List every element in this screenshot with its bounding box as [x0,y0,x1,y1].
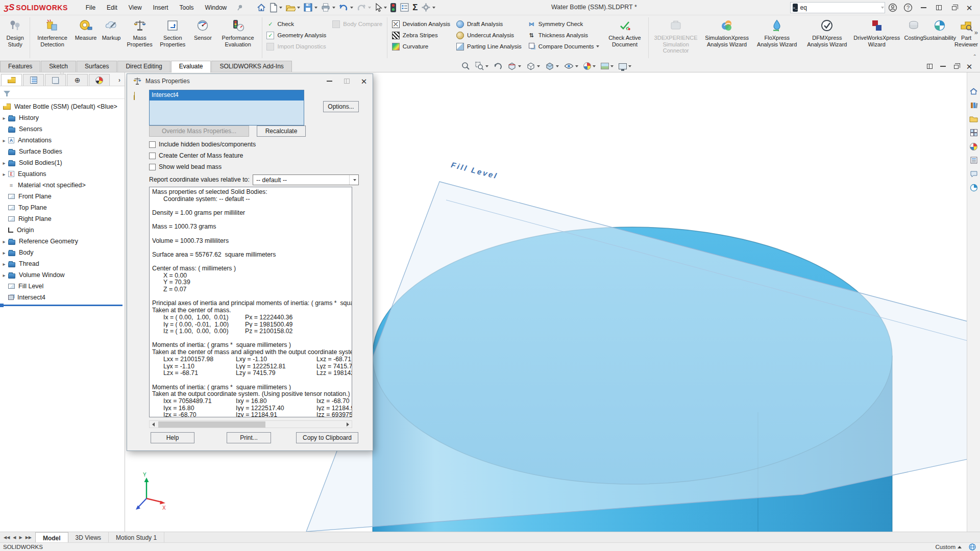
floxpress-wizard-button[interactable]: FloXpress Analysis Wizard [752,15,801,60]
interference-detection-button[interactable]: Interference Detection [32,15,73,60]
curvature-button[interactable]: Curvature [389,41,453,52]
selected-body[interactable]: Intersect4 [150,90,304,101]
compare-documents-button[interactable]: Compare Documents [525,41,603,52]
tree-item-material[interactable]: ≡Material <not specified> [0,180,125,191]
mass-properties-button[interactable]: Mass Properties [124,15,155,60]
menu-window[interactable]: Window [200,2,233,14]
tab-surfaces[interactable]: Surfaces [77,61,117,72]
apply-scene-button[interactable] [599,62,616,70]
doc-minimize-icon[interactable] [936,61,949,71]
tab-configuration-manager[interactable] [45,74,66,86]
view-settings-button[interactable] [617,62,633,70]
previous-view-button[interactable] [492,61,504,71]
zoom-to-area-button[interactable] [473,61,491,71]
print-button[interactable] [319,2,337,13]
symmetry-check-button[interactable]: ⋈Symmetry Check [525,18,603,30]
section-properties-button[interactable]: Section Properties [155,15,190,60]
scroll-left-arrow[interactable] [150,421,157,428]
rollback-bar[interactable] [0,305,122,306]
minimize-icon[interactable] [916,2,931,14]
draft-analysis-button[interactable]: Draft Analysis [453,18,525,30]
zebra-stripes-button[interactable]: Zebra Stripes [389,30,453,41]
weld-bead-checkbox[interactable] [149,164,156,170]
dialog-close-icon[interactable]: ✕ [355,75,373,87]
new-document-button[interactable] [268,2,284,14]
appearances-scenes-icon[interactable] [968,141,979,152]
check-active-document-button[interactable]: Check Active Document [602,15,647,60]
zoom-to-fit-button[interactable] [459,61,472,71]
tab-dimxpert-manager[interactable]: ⊕ [67,74,88,86]
sustainability-button[interactable]: Sustainability [926,15,952,60]
equations-button[interactable]: Σ [411,2,419,14]
display-style-button[interactable] [543,61,561,71]
scroll-right-arrow[interactable] [344,421,352,428]
tree-item-volume-window[interactable]: ▸Volume Window [0,269,125,281]
save-button[interactable] [302,2,319,13]
tree-item-right-plane[interactable]: Right Plane [0,213,125,224]
markup-button[interactable]: Markup [99,15,124,60]
menu-insert[interactable]: Insert [148,2,174,14]
tree-item-top-plane[interactable]: Top Plane [0,202,125,213]
tree-item-reference-geometry[interactable]: ▸Reference Geometry [0,236,125,247]
menu-edit[interactable]: Edit [101,2,123,14]
view-palette-icon[interactable] [968,127,979,138]
view-orientation-button[interactable] [524,61,542,71]
coordinate-system-dropdown[interactable]: -- default -- [253,174,359,185]
viewport-3d[interactable]: Y X Fill Level Mass Properties [125,72,967,532]
restore-icon[interactable] [946,2,962,14]
check-button[interactable]: ✓Check [263,18,329,30]
web-globe-icon[interactable] [969,543,976,550]
doc-close-icon[interactable]: ✕ [963,61,976,71]
forum-icon[interactable] [968,168,979,180]
user-account-icon[interactable] [885,2,900,14]
ribbon-collapse-icon[interactable]: ⌃ [973,54,977,59]
options-gear-button[interactable] [420,2,437,13]
tab-motion-study-1[interactable]: Motion Study 1 [109,532,164,542]
select-cursor-button[interactable] [373,2,388,14]
deviation-analysis-button[interactable]: ⤫Deviation Analysis [389,18,453,30]
units-caret-icon[interactable] [958,546,962,548]
tab-direct-editing[interactable]: Direct Editing [117,61,170,72]
tab-feature-manager[interactable] [1,74,22,86]
tree-item-solid-bodies[interactable]: ▸Solid Bodies(1) [0,157,125,168]
tree-item-front-plane[interactable]: Front Plane [0,191,125,202]
tree-item-equations[interactable]: ▸ΣEquations [0,168,125,180]
pin-menu-icon[interactable] [236,4,243,11]
menu-view[interactable]: View [123,2,148,14]
report-horizontal-scrollbar[interactable] [149,420,352,428]
dialog-title-bar[interactable]: Mass Properties ✕ [127,74,373,88]
tree-item-annotations[interactable]: ▸AAnnotations [0,135,125,146]
home-button[interactable] [255,2,268,14]
create-com-checkbox-row[interactable]: Create Center of Mass feature [149,152,243,160]
help-button[interactable]: Help [151,432,194,443]
tab-features[interactable]: Features [0,61,40,72]
help-icon[interactable]: ? [900,2,916,14]
create-com-checkbox[interactable] [149,153,156,159]
selection-list[interactable]: Intersect4 [149,90,304,126]
tab-3d-views[interactable]: 3D Views [68,532,109,542]
tab-property-manager[interactable] [23,74,44,86]
include-hidden-checkbox[interactable] [149,141,156,148]
pane-layout-icon[interactable] [931,2,946,14]
close-icon[interactable]: ✕ [962,2,977,14]
tree-item-history[interactable]: ▸History [0,112,125,123]
section-view-button[interactable] [505,61,523,71]
menu-file[interactable]: File [80,2,101,14]
panel-flyout-chevron[interactable]: › [118,77,120,84]
tree-item-sensors[interactable]: Sensors [0,123,125,135]
subscription-services-icon[interactable] [968,182,979,193]
tab-sketch[interactable]: Sketch [41,61,76,72]
tab-display-manager[interactable] [89,74,110,86]
dialog-maximize-icon[interactable] [338,75,355,87]
edit-appearance-button[interactable] [581,61,598,71]
open-document-button[interactable] [284,2,302,14]
thickness-analysis-button[interactable]: ⇅Thickness Analysis [525,30,603,41]
measure-button[interactable]: Measure [73,15,99,60]
sensor-button[interactable]: Sensor [190,15,215,60]
solidworks-resources-icon[interactable] [968,86,979,97]
units-selector[interactable]: Custom [935,544,955,550]
command-search[interactable]: >_ [790,2,885,13]
tab-solidworks-add-ins[interactable]: SOLIDWORKS Add-Ins [211,61,291,72]
options-button[interactable]: Options... [323,101,359,112]
hide-show-items-button[interactable] [562,61,580,71]
